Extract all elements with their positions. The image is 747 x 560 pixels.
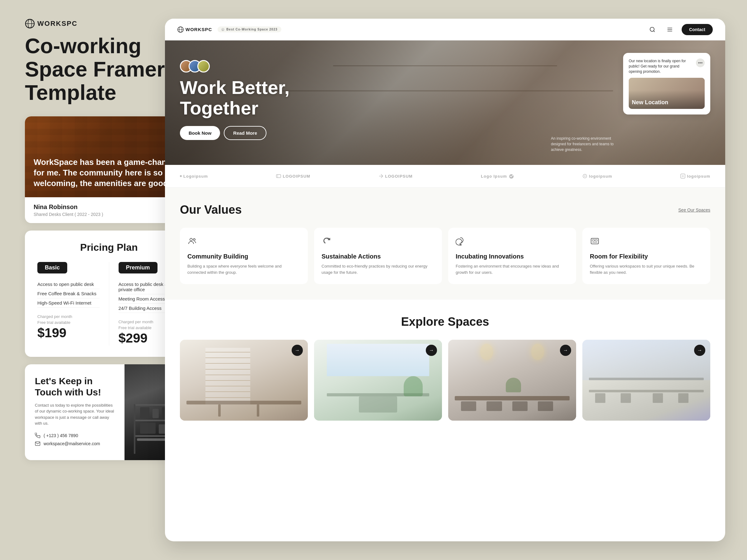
innovation-desc: Fostering an environment that encourages…: [456, 263, 569, 275]
avatar-3: [197, 60, 210, 73]
menu-button[interactable]: [664, 24, 675, 35]
logo-5: logoipsum: [582, 174, 612, 179]
svg-line-20: [654, 30, 655, 32]
basic-note: Charged per monthFree trial available: [37, 314, 100, 325]
svg-point-19: [650, 27, 654, 31]
svg-rect-6: [134, 404, 135, 454]
read-more-button[interactable]: Read More: [224, 126, 266, 140]
logo-icon-2: [276, 174, 281, 179]
sustainable-icon: [321, 236, 333, 248]
website-mockup: WORKSPC ★ Best Co-Working Space 2023: [165, 19, 725, 541]
contact-title: Let's Keep in Touch with Us!: [35, 375, 114, 398]
contact-info: Let's Keep in Touch with Us! Contact us …: [25, 364, 125, 460]
pricing-title: Pricing Plan: [37, 242, 181, 253]
testimonial-role: Shared Desks Client ( 2022 - 2023 ): [34, 212, 184, 217]
explore-card-4: →: [582, 340, 710, 421]
value-flexibility: Room for Flexibility Offering various wo…: [582, 228, 710, 284]
hero-avatars: [180, 60, 289, 73]
basic-footer: Charged per monthFree trial available $1…: [37, 314, 100, 340]
nav-actions: Contact: [647, 24, 713, 35]
site-logo: WORKSPC ★ Best Co-Working Space 2023: [177, 26, 281, 33]
logo-strip: Logoipsum LOGOIPSUM LOGOIPSUM Logo Ipsum: [165, 165, 725, 188]
svg-rect-35: [595, 240, 597, 241]
logo-icon-6: [680, 174, 686, 179]
search-button[interactable]: [647, 24, 658, 35]
community-title: Community Building: [187, 252, 300, 260]
badge-icon: ★: [221, 28, 225, 31]
pricing-tiers: Basic Access to open public desk Free Co…: [37, 262, 181, 345]
contact-desc: Contact us today to explore the possibil…: [35, 402, 114, 427]
logo-6: logoipsum: [680, 174, 710, 179]
hero-desc-text: An inspiring co-working environment desi…: [551, 136, 619, 153]
explore-card-2: →: [314, 340, 442, 421]
hamburger-icon: [667, 26, 673, 33]
sustainable-desc: Committed to eco-friendly practices by r…: [321, 263, 435, 275]
basic-feature-2: Free Coffee Break & Snacks: [37, 289, 100, 298]
svg-rect-24: [276, 175, 281, 178]
innovation-title: Incubating Innovations: [456, 252, 569, 260]
basic-features: Access to open public desk Free Coffee B…: [37, 280, 100, 308]
innovation-icon: [456, 236, 467, 248]
sustainable-title: Sustainable Actions: [321, 252, 435, 260]
svg-rect-11: [140, 423, 156, 434]
site-badge: ★ Best Co-Working Space 2023: [217, 26, 281, 32]
book-now-button[interactable]: Book Now: [180, 126, 220, 140]
email-address: workspace@mailservice.com: [44, 441, 100, 446]
see-spaces-link[interactable]: See Our Spaces: [678, 208, 710, 212]
site-badge-text: Best Co-Working Space 2023: [226, 28, 277, 31]
new-location-label: New Location: [632, 99, 668, 106]
value-innovation: Incubating Innovations Fostering an envi…: [448, 228, 576, 284]
svg-rect-8: [140, 407, 149, 418]
svg-rect-34: [592, 240, 594, 241]
testimonial-name: Nina Robinson: [34, 204, 184, 211]
basic-feature-1: Access to open public desk: [37, 280, 100, 289]
flexibility-desc: Offering various workspaces to suit your…: [590, 263, 703, 275]
basic-feature-3: High-Speed Wi-Fi Internet: [37, 298, 100, 308]
pricing-basic: Basic Access to open public desk Free Co…: [37, 262, 100, 345]
basic-price: $199: [37, 325, 100, 340]
site-logo-icon: [177, 26, 184, 33]
basic-badge: Basic: [37, 262, 67, 273]
explore-title: Explore Spaces: [180, 315, 710, 328]
svg-point-31: [193, 239, 195, 240]
phone-number: ( +123 ) 456 7890: [44, 433, 78, 438]
logo-icon-3: [379, 174, 383, 179]
hero-notification-text: Our new location is finally open for pub…: [629, 58, 693, 74]
explore-1-btn[interactable]: →: [292, 345, 303, 356]
values-grid: Community Building Building a space wher…: [180, 228, 710, 284]
hero-card-image: New Location: [629, 78, 705, 109]
site-nav: WORKSPC ★ Best Co-Working Space 2023: [165, 19, 725, 41]
logo-2: LOGOIPSUM: [276, 174, 310, 179]
logo-icon-5: [582, 174, 587, 179]
explore-section: Explore Spaces: [165, 300, 725, 436]
flexibility-title: Room for Flexibility: [590, 252, 703, 260]
contact-email: workspace@mailservice.com: [35, 441, 114, 447]
site-logo-text: WORKSPC: [185, 27, 212, 32]
hero-section: Work Better,Together Book Now Read More …: [165, 41, 725, 165]
explore-3-btn[interactable]: →: [560, 345, 571, 356]
values-header: Our Values See Our Spaces: [180, 203, 710, 216]
explore-card-1: →: [180, 340, 308, 421]
svg-rect-9: [153, 409, 159, 418]
premium-badge: Premium: [119, 262, 157, 273]
phone-icon: [35, 433, 41, 438]
notification-dot: •••: [696, 58, 705, 67]
value-community: Community Building Building a space wher…: [180, 228, 308, 284]
logo-4: Logo Ipsum: [481, 174, 514, 179]
email-icon: [35, 441, 41, 447]
values-section: Our Values See Our Spaces Community Buil…: [165, 188, 725, 300]
explore-2-btn[interactable]: →: [426, 345, 437, 356]
value-sustainable: Sustainable Actions Committed to eco-fri…: [314, 228, 442, 284]
explore-4-btn[interactable]: →: [694, 345, 705, 356]
values-title: Our Values: [180, 203, 242, 216]
svg-rect-33: [591, 238, 598, 244]
contact-button[interactable]: Contact: [681, 24, 713, 35]
brand-logo-text: WORKSPC: [37, 20, 77, 28]
search-icon: [649, 26, 655, 33]
hero-buttons: Book Now Read More: [180, 126, 289, 140]
hero-card-header: Our new location is finally open for pub…: [629, 58, 705, 74]
explore-grid: → →: [180, 340, 710, 421]
community-icon: [187, 236, 199, 248]
hero-desc: An inspiring co-working environment desi…: [551, 136, 619, 153]
contact-phone: ( +123 ) 456 7890: [35, 433, 114, 438]
